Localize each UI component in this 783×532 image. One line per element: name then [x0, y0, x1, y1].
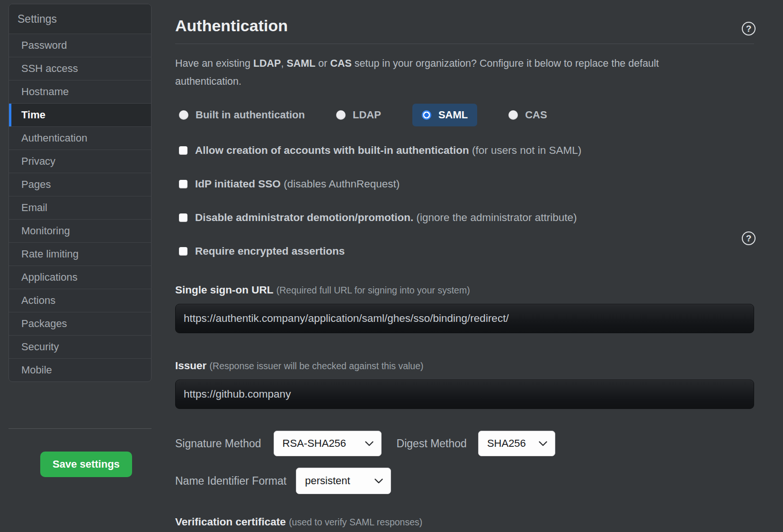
radio-cas[interactable]: CAS [508, 109, 547, 121]
signature-method-select[interactable]: RSA-SHA256 [274, 431, 382, 456]
digest-method-select[interactable]: SHA256 [478, 431, 555, 456]
verification-certificate-section: Verification certificate (used to verify… [175, 516, 754, 532]
signature-method-value: RSA-SHA256 [283, 437, 347, 450]
issuer-label-bold: Issuer [175, 360, 206, 372]
verification-certificate-note: (used to verify SAML responses) [289, 517, 422, 527]
sidebar-item-authentication[interactable]: Authentication [9, 126, 151, 150]
checkbox-label-bold: Disable administrator demotion/promotion… [195, 212, 413, 223]
sso-url-label: Single sign-on URL (Required full URL fo… [175, 284, 754, 296]
checkbox-label-note: (for users not in SAML) [472, 144, 581, 156]
checkbox-label-bold: Allow creation of accounts with built-in… [195, 144, 469, 156]
radio-label: Built in authentication [196, 109, 305, 121]
digest-method-label: Digest Method [397, 437, 467, 450]
issuer-note: (Response issuer will be checked against… [210, 361, 424, 371]
checkbox-label: Require encrypted assertions [195, 245, 345, 257]
sidebar-item-email[interactable]: Email [9, 196, 151, 219]
page-title: Authentication [175, 16, 754, 35]
name-identifier-select[interactable]: persistent [296, 468, 391, 494]
checkbox-label: Disable administrator demotion/promotion… [195, 212, 577, 224]
radio-label: SAML [438, 109, 468, 121]
sso-url-note: (Required full URL for signing into your… [276, 285, 470, 295]
radio-selected-icon[interactable] [422, 110, 431, 120]
issuer-input[interactable] [175, 380, 754, 409]
chevron-down-icon [365, 441, 374, 446]
intro-sep2: or [315, 58, 330, 69]
sidebar-item-monitoring[interactable]: Monitoring [9, 219, 151, 242]
name-identifier-label: Name Identifier Format [175, 475, 286, 488]
checkbox-icon[interactable] [179, 146, 187, 155]
sso-url-label-bold: Single sign-on URL [175, 284, 274, 296]
radio-circle-icon[interactable] [179, 110, 188, 120]
help-icon[interactable]: ? [742, 22, 756, 35]
checkbox-label: Allow creation of accounts with built-in… [195, 144, 581, 157]
intro-sep1: , [281, 58, 286, 69]
sso-url-section: Single sign-on URL (Required full URL fo… [175, 284, 754, 333]
radio-circle-icon[interactable] [508, 110, 518, 120]
sidebar-item-privacy[interactable]: Privacy [9, 150, 151, 173]
checkbox-disable-admin-demotion[interactable]: Disable administrator demotion/promotion… [179, 212, 754, 224]
checkbox-label-bold: Require encrypted assertions [195, 245, 345, 257]
checkbox-allow-builtin-accounts[interactable]: Allow creation of accounts with built-in… [179, 144, 754, 157]
verification-certificate-label-bold: Verification certificate [175, 516, 286, 528]
save-settings-button[interactable]: Save settings [40, 452, 132, 477]
sidebar-item-password[interactable]: Password [9, 34, 151, 57]
checkbox-require-encrypted-assertions[interactable]: Require encrypted assertions [179, 245, 754, 257]
intro-pre: Have an existing [175, 58, 253, 69]
sidebar-title: Settings [9, 4, 151, 34]
issuer-label: Issuer (Response issuer will be checked … [175, 360, 754, 372]
sidebar-item-security[interactable]: Security [9, 335, 151, 358]
page-header: Authentication ? [175, 16, 754, 44]
radio-label: LDAP [353, 109, 381, 121]
saml-options-list: Allow creation of accounts with built-in… [179, 144, 754, 257]
sidebar-item-rate-limiting[interactable]: Rate limiting [9, 242, 151, 266]
chevron-down-icon [539, 441, 547, 446]
sso-url-input[interactable] [175, 304, 754, 333]
sidebar-item-applications[interactable]: Applications [9, 266, 151, 289]
radio-ldap[interactable]: LDAP [336, 109, 381, 121]
sidebar-footer-divider [9, 428, 151, 429]
digest-method-value: SHA256 [487, 437, 526, 450]
checkbox-icon[interactable] [179, 247, 187, 256]
settings-sidebar: Settings Password SSH access Hostname Ti… [9, 4, 151, 382]
intro-saml: SAML [286, 58, 315, 69]
name-identifier-value: persistent [305, 475, 350, 487]
sidebar-item-actions[interactable]: Actions [9, 289, 151, 312]
checkbox-label-bold: IdP initiated SSO [195, 178, 281, 190]
checkbox-label-note: (disables AuthnRequest) [284, 178, 400, 190]
authentication-settings-panel: Authentication ? ? Have an existing LDAP… [175, 0, 754, 532]
auth-method-radio-group: Built in authentication LDAP SAML CAS [179, 104, 754, 126]
methods-row: Signature Method RSA-SHA256 Digest Metho… [175, 431, 754, 456]
sidebar-item-mobile[interactable]: Mobile [9, 358, 151, 381]
issuer-section: Issuer (Response issuer will be checked … [175, 360, 754, 409]
sidebar-item-time[interactable]: Time [9, 103, 151, 126]
radio-label: CAS [525, 109, 547, 121]
sidebar-item-ssh-access[interactable]: SSH access [9, 57, 151, 80]
intro-ldap: LDAP [253, 58, 281, 69]
radio-circle-icon[interactable] [336, 110, 346, 120]
sidebar-item-pages[interactable]: Pages [9, 173, 151, 196]
radio-saml[interactable]: SAML [412, 104, 477, 126]
intro-cas: CAS [330, 58, 351, 69]
signature-method-label: Signature Method [175, 437, 261, 450]
checkbox-icon[interactable] [179, 213, 187, 222]
radio-built-in-authentication[interactable]: Built in authentication [179, 109, 305, 121]
verification-certificate-label: Verification certificate (used to verify… [175, 516, 754, 528]
checkbox-idp-initiated-sso[interactable]: IdP initiated SSO (disables AuthnRequest… [179, 178, 754, 190]
intro-text: Have an existing LDAP, SAML or CAS setup… [175, 54, 724, 90]
checkbox-label-note: (ignore the administrator attribute) [417, 212, 577, 223]
chevron-down-icon [374, 479, 383, 484]
name-identifier-row: Name Identifier Format persistent [175, 468, 754, 494]
help-icon-assertions[interactable]: ? [742, 231, 756, 245]
checkbox-icon[interactable] [179, 180, 187, 188]
checkbox-label: IdP initiated SSO (disables AuthnRequest… [195, 178, 400, 190]
sidebar-item-hostname[interactable]: Hostname [9, 80, 151, 103]
sidebar-item-packages[interactable]: Packages [9, 312, 151, 335]
